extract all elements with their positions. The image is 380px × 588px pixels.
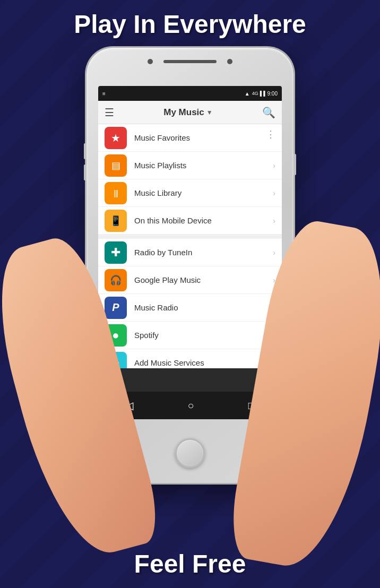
dropdown-icon[interactable]: ▼ [206, 109, 213, 116]
tunein-label: Radio by TuneIn [134, 248, 273, 257]
favorites-label: Music Favorites [134, 133, 275, 142]
googleplay-label: Google Play Music [134, 275, 273, 284]
add-services-label: Add Music Services [134, 358, 273, 367]
list-item[interactable]: ▤ Music Playlists › [98, 152, 282, 179]
tunein-icon: ✚ [105, 241, 127, 264]
phone-scene: ≡ ▲ 4G▐▐ 9:00 ☰ My Music ▼ 🔍 [52, 48, 328, 536]
power-button[interactable] [293, 154, 296, 175]
sensor [227, 59, 232, 64]
phone-top-area [137, 56, 243, 67]
mobile-device-icon: 📱 [105, 210, 127, 232]
more-options-icon[interactable]: ⋮ [266, 128, 275, 140]
status-bar: ≡ ▲ 4G▐▐ 9:00 [98, 86, 282, 101]
chevron-right-icon: › [273, 161, 275, 170]
status-left: ≡ [102, 91, 106, 97]
top-headline: Play In Everywhere [0, 10, 380, 39]
chevron-right-icon: › [273, 248, 275, 257]
playlists-icon: ▤ [105, 154, 127, 177]
search-icon[interactable]: 🔍 [262, 106, 275, 119]
library-icon: ||| [105, 182, 127, 204]
speaker [163, 60, 217, 63]
favorites-icon: ★ [105, 127, 127, 149]
spotify-label: Spotify [134, 331, 273, 340]
bottom-headline: Feel Free [0, 549, 380, 578]
home-button[interactable]: ○ [187, 400, 194, 412]
volume-up-button[interactable] [84, 143, 87, 159]
googleplay-icon: 🎧 [105, 269, 127, 291]
list-item[interactable]: ★ Music Favorites ⋮ [98, 124, 282, 152]
volume-down-button[interactable] [84, 165, 87, 180]
list-item[interactable]: P Music Radio › [98, 294, 282, 322]
notification-icon: ≡ [102, 91, 106, 97]
list-item[interactable]: ● Spotify › [98, 322, 282, 349]
list-item[interactable]: 📱 On this Mobile Device › [98, 207, 282, 235]
chevron-right-icon: › [273, 217, 275, 225]
list-item[interactable]: ✚ Radio by TuneIn › [98, 239, 282, 266]
menu-divider [98, 235, 282, 239]
list-item[interactable]: 🎧 Google Play Music › [98, 266, 282, 294]
toolbar-title: My Music ▼ [163, 107, 212, 118]
app-toolbar: ☰ My Music ▼ 🔍 [98, 101, 282, 124]
status-right: ▲ 4G▐▐ 9:00 [245, 91, 278, 97]
pandora-icon: P [105, 297, 127, 319]
chevron-right-icon: › [273, 189, 275, 197]
pandora-label: Music Radio [134, 303, 273, 312]
camera [148, 59, 153, 64]
playlists-label: Music Playlists [134, 161, 273, 170]
phone-screen: ≡ ▲ 4G▐▐ 9:00 ☰ My Music ▼ 🔍 [98, 86, 282, 419]
toolbar-title-text: My Music [163, 107, 204, 118]
list-item[interactable]: ||| Music Library › [98, 179, 282, 207]
signal-icon: 4G▐▐ [252, 91, 265, 96]
library-label: Music Library [134, 188, 273, 197]
mobile-label: On this Mobile Device [134, 216, 273, 225]
time-display: 9:00 [267, 91, 278, 97]
physical-home-button[interactable] [175, 438, 205, 468]
hamburger-menu-icon[interactable]: ☰ [105, 106, 114, 119]
wifi-icon: ▲ [245, 91, 250, 97]
